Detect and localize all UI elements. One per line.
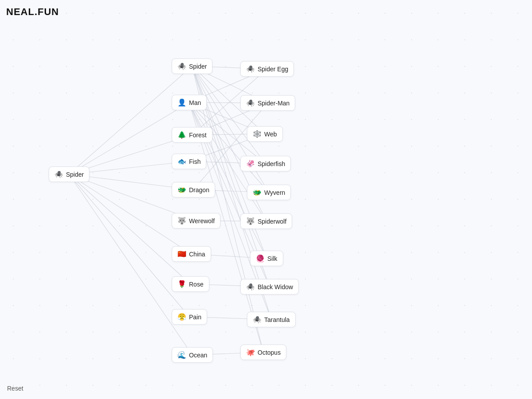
node-label-fish: Fish <box>189 158 200 165</box>
node-label-spider_top: Spider <box>189 63 207 70</box>
node-label-wyvern: Wyvern <box>264 189 285 196</box>
node-spider_egg[interactable]: 🕷️Spider Egg <box>240 61 294 77</box>
node-label-dragon: Dragon <box>189 186 209 194</box>
node-spiderfish[interactable]: 🦑Spiderfish <box>240 156 291 171</box>
node-label-spider_man: Spider-Man <box>258 100 289 107</box>
node-emoji-werewolf: 🐺 <box>177 217 186 225</box>
node-emoji-spider_left: 🕷️ <box>54 170 63 178</box>
node-emoji-octopus: 🐙 <box>246 348 255 356</box>
node-emoji-spider_egg: 🕷️ <box>246 65 255 73</box>
node-emoji-tarantula: 🕷️ <box>253 315 262 324</box>
node-forest[interactable]: 🌲Forest <box>172 127 212 143</box>
node-label-forest: Forest <box>189 132 207 139</box>
connection-spider_left-man <box>69 103 189 174</box>
node-emoji-black_widow: 🕷️ <box>246 283 255 291</box>
node-emoji-dragon: 🐲 <box>177 186 186 194</box>
node-emoji-spiderfish: 🦑 <box>246 159 255 168</box>
node-emoji-spiderwolf: 🐺 <box>246 217 255 225</box>
node-spider_top[interactable]: 🕷️Spider <box>172 58 212 74</box>
node-label-spider_egg: Spider Egg <box>258 66 288 73</box>
node-wyvern[interactable]: 🐲Wyvern <box>247 185 291 200</box>
node-label-man: Man <box>189 99 201 106</box>
logo: NEAL.FUN <box>6 6 59 18</box>
node-emoji-china: 🇨🇳 <box>177 250 186 258</box>
node-octopus[interactable]: 🐙Octopus <box>240 345 286 360</box>
node-label-spider_left: Spider <box>66 171 84 178</box>
connection-dragon-spider_man <box>193 103 268 190</box>
node-emoji-silk: 🧶 <box>256 254 265 263</box>
node-spider_left[interactable]: 🕷️Spider <box>49 167 89 182</box>
node-emoji-spider_man: 🕷️ <box>246 99 255 107</box>
node-label-spiderfish: Spiderfish <box>258 160 285 167</box>
node-label-rose: Rose <box>189 281 204 288</box>
node-man[interactable]: 👤Man <box>172 95 207 110</box>
node-fish[interactable]: 🐟Fish <box>172 154 206 169</box>
node-label-ocean: Ocean <box>189 352 207 359</box>
connection-man-wyvern <box>189 103 269 193</box>
node-dragon[interactable]: 🐲Dragon <box>172 182 215 198</box>
node-emoji-man: 👤 <box>177 98 186 107</box>
node-spider_man[interactable]: 🕷️Spider-Man <box>240 95 295 111</box>
node-label-werewolf: Werewolf <box>189 217 215 225</box>
node-web[interactable]: 🕸️Web <box>247 126 283 142</box>
node-emoji-spider_top: 🕷️ <box>177 62 186 70</box>
node-emoji-forest: 🌲 <box>177 131 186 139</box>
node-rose[interactable]: 🌹Rose <box>172 276 209 292</box>
node-label-china: China <box>189 251 205 258</box>
node-label-spiderwolf: Spiderwolf <box>258 218 286 225</box>
node-emoji-web: 🕸️ <box>253 130 262 138</box>
node-label-web: Web <box>264 131 277 138</box>
node-pain[interactable]: 😤Pain <box>172 309 207 325</box>
node-emoji-rose: 🌹 <box>177 280 186 288</box>
node-label-pain: Pain <box>189 314 201 321</box>
node-emoji-ocean: 🌊 <box>177 351 186 359</box>
connection-spider_left-pain <box>69 174 189 317</box>
node-label-octopus: Octopus <box>258 349 281 356</box>
node-emoji-fish: 🐟 <box>177 157 186 166</box>
node-china[interactable]: 🇨🇳China <box>172 246 211 262</box>
connection-spider_left-ocean <box>69 174 193 355</box>
node-black_widow[interactable]: 🕷️Black Widow <box>240 279 299 294</box>
node-silk[interactable]: 🧶Silk <box>250 251 283 266</box>
node-label-tarantula: Tarantula <box>264 316 290 323</box>
node-emoji-wyvern: 🐲 <box>253 188 262 197</box>
node-tarantula[interactable]: 🕷️Tarantula <box>247 312 296 327</box>
node-werewolf[interactable]: 🐺Werewolf <box>172 213 220 229</box>
node-emoji-pain: 😤 <box>177 313 186 321</box>
reset-button[interactable]: Reset <box>7 385 23 392</box>
node-label-black_widow: Black Widow <box>258 283 293 291</box>
node-spiderwolf[interactable]: 🐺Spiderwolf <box>240 213 292 229</box>
node-label-silk: Silk <box>267 255 278 262</box>
connection-spider_top-spiderfish <box>192 66 266 164</box>
node-ocean[interactable]: 🌊Ocean <box>172 347 213 363</box>
